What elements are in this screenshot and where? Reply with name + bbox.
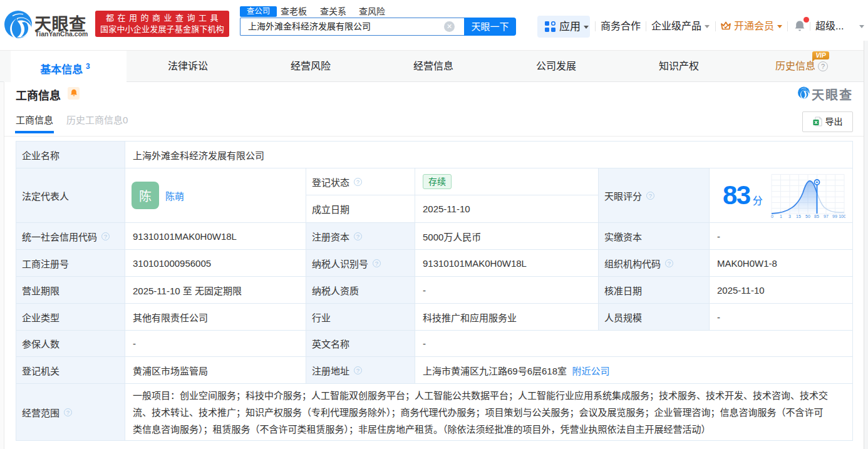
svg-text:0: 0	[771, 214, 773, 219]
svg-text:50: 50	[805, 214, 810, 219]
svg-text:1: 1	[780, 214, 782, 219]
svg-text:97: 97	[824, 214, 829, 219]
svg-text:99: 99	[832, 214, 837, 219]
svg-text:85: 85	[814, 214, 819, 219]
svg-text:15: 15	[796, 214, 801, 219]
svg-text:100: 100	[839, 214, 845, 219]
svg-text:3: 3	[788, 214, 791, 219]
